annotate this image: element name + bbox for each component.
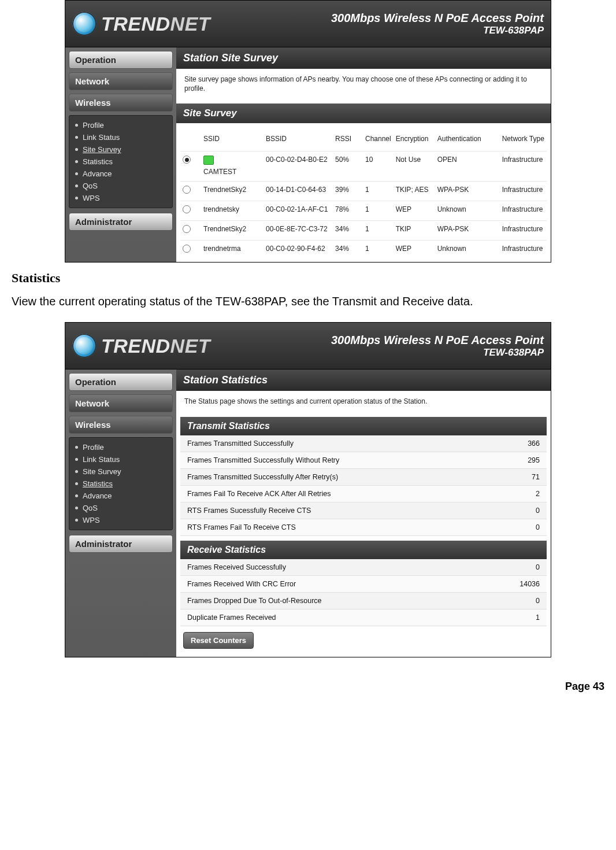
stat-label: RTS Frames Fail To Receive CTS bbox=[187, 523, 296, 531]
sidebar-item-statistics[interactable]: Statistics bbox=[75, 478, 166, 490]
page-description: The Status page shows the settings and c… bbox=[176, 391, 551, 416]
table-row[interactable]: trendnetsky00-C0-02-1A-AF-C178%1WEPUnkno… bbox=[180, 201, 547, 221]
brand-main: TREND bbox=[101, 13, 170, 35]
table-row[interactable]: trendnetrma00-C0-02-90-F4-6234%1WEPUnkno… bbox=[180, 241, 547, 260]
sidebar-item-statistics[interactable]: Statistics bbox=[75, 156, 166, 168]
screenshot-statistics: TRENDNET 300Mbps Wireless N PoE Access P… bbox=[65, 322, 551, 657]
ssid-cell: TrendnetSky2 bbox=[203, 225, 246, 233]
brand-main: TREND bbox=[101, 335, 170, 357]
sidebar: Operation Network Wireless ProfileLink S… bbox=[65, 47, 176, 262]
sidebar-item-profile[interactable]: Profile bbox=[75, 119, 166, 131]
sidebar-item-profile[interactable]: Profile bbox=[75, 441, 166, 453]
sidebar-item-advance[interactable]: Advance bbox=[75, 490, 166, 502]
col-ssid: SSID bbox=[201, 131, 264, 151]
stat-row: Frames Received Successfully0 bbox=[180, 559, 547, 576]
section-header: Site Survey bbox=[176, 104, 551, 123]
sidebar-item-label: Profile bbox=[83, 443, 104, 452]
table-row[interactable]: TrendnetSky200-14-D1-C0-64-6339%1TKIP; A… bbox=[180, 182, 547, 201]
sidebar-item-label: QoS bbox=[83, 504, 98, 512]
camera-icon bbox=[203, 156, 214, 165]
product-name: 300Mbps Wireless N PoE Access Point bbox=[331, 12, 544, 25]
col-encryption: Encryption bbox=[394, 131, 435, 151]
sidebar-item-link-status[interactable]: Link Status bbox=[75, 453, 166, 465]
wireless-subnav: ProfileLink StatusSite SurveyStatisticsA… bbox=[69, 437, 173, 530]
sidebar-item-label: Statistics bbox=[83, 157, 113, 166]
table-row[interactable]: CAMTEST00-C0-02-D4-B0-E250%10Not UseOPEN… bbox=[180, 151, 547, 182]
bullet-icon bbox=[75, 494, 78, 497]
section-header: Transmit Statistics bbox=[180, 417, 547, 435]
site-survey-table: SSID BSSID RSSI Channel Encryption Authe… bbox=[180, 131, 547, 260]
bullet-icon bbox=[75, 124, 78, 127]
sidebar-item-wps[interactable]: WPS bbox=[75, 514, 166, 526]
globe-icon bbox=[72, 12, 97, 36]
radio-select[interactable] bbox=[183, 156, 191, 164]
sidebar-item-label: QoS bbox=[83, 182, 98, 190]
stat-value: 0 bbox=[536, 563, 540, 571]
product-name: 300Mbps Wireless N PoE Access Point bbox=[331, 334, 544, 347]
encryption-cell: Not Use bbox=[394, 151, 435, 182]
sidebar-item-link-status[interactable]: Link Status bbox=[75, 131, 166, 143]
nav-administrator[interactable]: Administrator bbox=[69, 535, 173, 553]
sidebar-item-label: Advance bbox=[83, 491, 112, 500]
screenshot-site-survey: TRENDNET 300Mbps Wireless N PoE Access P… bbox=[65, 0, 551, 263]
stat-value: 0 bbox=[536, 507, 540, 515]
brand: TRENDNET bbox=[72, 12, 210, 36]
sidebar-item-wps[interactable]: WPS bbox=[75, 192, 166, 204]
sidebar: Operation Network Wireless ProfileLink S… bbox=[65, 369, 176, 656]
radio-select[interactable] bbox=[183, 245, 191, 253]
table-header-row: SSID BSSID RSSI Channel Encryption Authe… bbox=[180, 131, 547, 151]
page-footer: Page 43 bbox=[12, 681, 604, 693]
radio-select[interactable] bbox=[183, 225, 191, 233]
stat-row: RTS Frames Sucessfully Receive CTS0 bbox=[180, 502, 547, 519]
ssid-cell: TrendnetSky2 bbox=[203, 186, 246, 194]
nettype-cell: Infrastructure bbox=[500, 182, 547, 201]
sidebar-item-advance[interactable]: Advance bbox=[75, 168, 166, 180]
bullet-icon bbox=[75, 519, 78, 522]
stat-value: 2 bbox=[536, 490, 540, 498]
stat-row: Frames Dropped Due To Out-of-Resource0 bbox=[180, 593, 547, 609]
nav-network[interactable]: Network bbox=[69, 394, 173, 412]
stat-label: Frames Transmitted Successfully Without … bbox=[187, 456, 339, 464]
auth-cell: WPA-PSK bbox=[435, 221, 500, 241]
product-model: TEW-638PAP bbox=[331, 25, 544, 36]
rssi-cell: 50% bbox=[333, 151, 363, 182]
table-row[interactable]: TrendnetSky200-0E-8E-7C-C3-7234%1TKIPWPA… bbox=[180, 221, 547, 241]
sidebar-item-site-survey[interactable]: Site Survey bbox=[75, 465, 166, 478]
channel-cell: 1 bbox=[363, 241, 394, 260]
radio-select[interactable] bbox=[183, 205, 191, 213]
nav-network[interactable]: Network bbox=[69, 72, 173, 90]
sidebar-item-site-survey[interactable]: Site Survey bbox=[75, 143, 166, 156]
sidebar-item-label: Link Status bbox=[83, 133, 120, 142]
channel-cell: 10 bbox=[363, 151, 394, 182]
stat-label: Frames Received With CRC Error bbox=[187, 580, 296, 588]
brand-text: TRENDNET bbox=[101, 335, 210, 357]
doc-heading: Statistics bbox=[12, 271, 604, 286]
wireless-subnav: ProfileLink StatusSite SurveyStatisticsA… bbox=[69, 115, 173, 208]
sidebar-item-qos[interactable]: QoS bbox=[75, 502, 166, 514]
bullet-icon bbox=[75, 507, 78, 509]
stat-label: Frames Fail To Receive ACK After All Ret… bbox=[187, 490, 331, 498]
reset-counters-button[interactable]: Reset Counters bbox=[183, 632, 254, 649]
rssi-cell: 34% bbox=[333, 241, 363, 260]
page-title: Station Statistics bbox=[176, 369, 551, 391]
nav-operation[interactable]: Operation bbox=[69, 51, 173, 69]
sidebar-item-label: WPS bbox=[83, 194, 100, 202]
sidebar-item-qos[interactable]: QoS bbox=[75, 180, 166, 192]
brand-tail: NET bbox=[170, 335, 211, 357]
radio-select[interactable] bbox=[183, 186, 191, 194]
col-nettype: Network Type bbox=[500, 131, 547, 151]
nav-wireless[interactable]: Wireless bbox=[69, 416, 173, 434]
encryption-cell: WEP bbox=[394, 201, 435, 221]
bullet-icon bbox=[75, 470, 78, 473]
app-header: TRENDNET 300Mbps Wireless N PoE Access P… bbox=[65, 1, 551, 47]
stat-value: 71 bbox=[532, 473, 540, 481]
auth-cell: OPEN bbox=[435, 151, 500, 182]
sidebar-item-label: Statistics bbox=[83, 479, 113, 488]
receive-stats: Receive Statistics Frames Received Succe… bbox=[180, 541, 547, 626]
stat-row: RTS Frames Fail To Receive CTS0 bbox=[180, 519, 547, 536]
bssid-cell: 00-0E-8E-7C-C3-72 bbox=[264, 221, 333, 241]
brand-text: TRENDNET bbox=[101, 13, 210, 35]
nav-wireless[interactable]: Wireless bbox=[69, 94, 173, 112]
nav-operation[interactable]: Operation bbox=[69, 373, 173, 391]
nav-administrator[interactable]: Administrator bbox=[69, 213, 173, 231]
